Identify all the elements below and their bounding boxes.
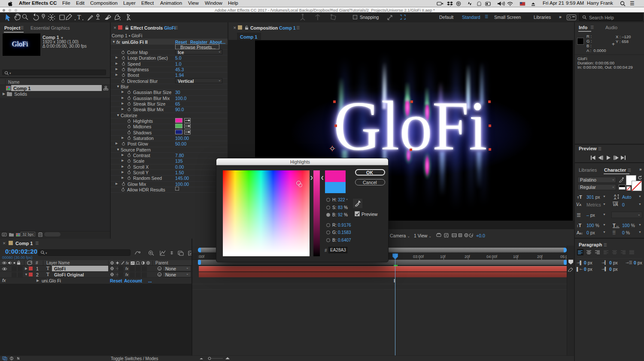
svg-text:T: T (77, 14, 81, 21)
svg-text:A: A (614, 197, 617, 200)
svg-text:fx: fx (125, 273, 129, 277)
svg-text:fx: fx (125, 267, 129, 271)
svg-text:fx: fx (126, 261, 129, 265)
